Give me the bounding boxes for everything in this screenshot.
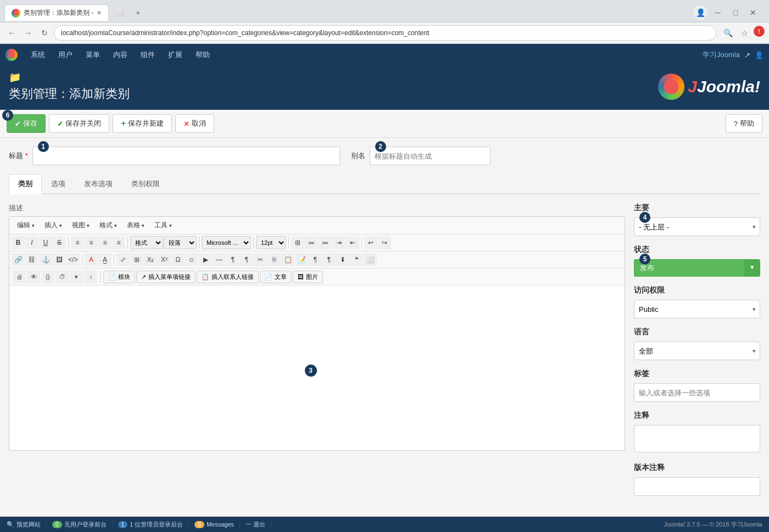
title-input[interactable] [32, 147, 340, 165]
tab-permissions[interactable]: 类别权限 [122, 174, 169, 194]
restore-button[interactable]: □ [728, 5, 743, 20]
save-new-button[interactable]: + 保存并新建 [113, 114, 172, 133]
bullet-list-button[interactable]: ≔ [305, 236, 318, 249]
user-icon[interactable]: 👤 [755, 51, 764, 59]
insert-module-button[interactable]: 📄 模块 [103, 271, 135, 283]
redo-button[interactable]: ↪ [378, 236, 391, 249]
editor-menu-edit[interactable]: 编辑 ▾ [13, 219, 39, 232]
language-select[interactable]: 全部 [634, 341, 760, 360]
clock-button[interactable]: ⏱ [55, 270, 69, 283]
highlight-button[interactable]: A̲ [98, 253, 112, 266]
editor-menu-tools[interactable]: 工具 ▾ [150, 219, 176, 232]
notification-badge[interactable]: ! [754, 26, 765, 37]
notes-input[interactable] [634, 425, 760, 452]
reload-button[interactable]: ↻ [37, 26, 52, 40]
fullscreen-button[interactable]: ⤢ [116, 253, 130, 266]
underline-button[interactable]: U [39, 236, 52, 249]
print-button[interactable]: 🖨 [13, 270, 26, 283]
quote-button[interactable]: ❝ [350, 253, 363, 266]
insert-menu-link-button[interactable]: ↗ 插入菜单项链接 [136, 271, 196, 283]
search-icon-btn[interactable]: 🔍 [721, 26, 735, 40]
joomla-nav-logo[interactable] [5, 49, 18, 61]
editor-menu-insert[interactable]: 插入 ▾ [40, 219, 66, 232]
numbered-list-button[interactable]: ≔ [319, 236, 332, 249]
cancel-button[interactable]: ✕ 取消 [175, 114, 214, 133]
paste-text-button[interactable]: 📝 [295, 253, 308, 266]
nav-item-components[interactable]: 组件 [134, 44, 161, 66]
minimize-button[interactable]: ─ [711, 5, 725, 20]
fontsize-select[interactable]: 12pt [256, 236, 286, 249]
save-close-button[interactable]: ✓ 保存并关闭 [49, 114, 109, 133]
tags-input[interactable] [634, 383, 760, 402]
url-bar[interactable] [54, 25, 716, 41]
tab-publish[interactable]: 发布选项 [75, 174, 122, 194]
bold-button[interactable]: B [12, 236, 25, 249]
parent-select[interactable]: - 无上层 - [634, 217, 760, 236]
inactive-tab[interactable]: ⬜ [109, 5, 130, 20]
outdent-button[interactable]: ⇤ [346, 236, 359, 249]
paragraph-select[interactable]: 段落 [164, 236, 197, 249]
editor-menu-format[interactable]: 格式 ▾ [95, 219, 121, 232]
alias-input[interactable] [370, 147, 491, 165]
nav-item-content[interactable]: 内容 [107, 44, 134, 66]
nav-item-extensions[interactable]: 扩展 [161, 44, 189, 66]
help-button[interactable]: ? 帮助 [726, 114, 762, 133]
paragraph-mark[interactable]: ¶ [226, 253, 239, 266]
image-button[interactable]: 🖼 [53, 253, 66, 266]
editor-menu-view[interactable]: 视图 ▾ [68, 219, 94, 232]
pilcrow-button[interactable]: ¶ [322, 253, 336, 266]
indent-button[interactable]: ⇥ [332, 236, 346, 249]
status-main-button[interactable]: 发布 [634, 259, 744, 277]
nav-item-help[interactable]: 帮助 [189, 44, 216, 66]
bookmark-icon-btn[interactable]: ☆ [737, 26, 751, 40]
media-button[interactable]: ▶ [199, 253, 212, 266]
font-select[interactable]: Microsoft ... [202, 236, 251, 249]
close-window-button[interactable]: ✕ [746, 5, 760, 20]
tab-close-button[interactable]: ✕ [97, 9, 102, 16]
learn-joomla-link[interactable]: 学习Joomla [703, 50, 740, 60]
active-tab[interactable]: 类别管理：添加新类别 - ✕ [4, 4, 109, 21]
link-button[interactable]: 🔗 [12, 253, 25, 266]
italic-button[interactable]: I [25, 236, 38, 249]
iframe-button[interactable]: ⬜ [364, 253, 377, 266]
preview-editor-button[interactable]: 👁 [27, 270, 40, 283]
cut-button[interactable]: ✂ [254, 253, 267, 266]
justify-button[interactable]: ≡ [112, 236, 125, 249]
align-left-button[interactable]: ≡ [71, 236, 84, 249]
paragraph-mark2[interactable]: ¶ [240, 253, 253, 266]
insert-image-button[interactable]: 🖼 图片 [293, 271, 323, 283]
table-button[interactable]: ⊞ [291, 236, 304, 249]
align-right-button[interactable]: ≡ [98, 236, 112, 249]
dropdown-btn[interactable]: ▾ [70, 270, 83, 283]
nav-item-system[interactable]: 系统 [24, 44, 52, 66]
copy-button[interactable]: ⎘ [268, 253, 281, 266]
braces-button[interactable]: {} [41, 270, 54, 283]
tab-category[interactable]: 类别 [9, 174, 42, 194]
forward-button[interactable]: → [21, 26, 35, 40]
nav-item-users[interactable]: 用户 [52, 44, 79, 66]
paste-button[interactable]: 📋 [281, 253, 294, 266]
code-button[interactable]: </> [66, 253, 80, 266]
new-tab-button[interactable]: + [130, 5, 146, 20]
tab-options[interactable]: 选项 [42, 174, 75, 194]
version-input[interactable] [634, 477, 760, 496]
subscript-button[interactable]: X₂ [144, 253, 157, 266]
download-button[interactable]: ⬇ [336, 253, 349, 266]
anchor-button[interactable]: ⚓ [39, 253, 52, 266]
font-color-button[interactable]: A [85, 253, 98, 266]
align-center-button[interactable]: ≡ [85, 236, 98, 249]
table-insert-button[interactable]: ⊞ [130, 253, 143, 266]
insert-contact-button[interactable]: 📋 插入联系人链接 [197, 271, 259, 283]
insert-article-button[interactable]: 📄 文章 [260, 271, 292, 283]
special-char-button[interactable]: Ω [171, 253, 185, 266]
format-select[interactable]: 格式 [130, 236, 163, 249]
hr-button[interactable]: — [213, 253, 226, 266]
nav-item-menus[interactable]: 菜单 [79, 44, 107, 66]
superscript-button[interactable]: X² [158, 253, 171, 266]
user-profile-button[interactable]: 👤 [693, 5, 707, 20]
unlink-button[interactable]: ⛓ [25, 253, 38, 266]
undo-button[interactable]: ↩ [364, 236, 377, 249]
editor-menu-table[interactable]: 表格 ▾ [122, 219, 149, 232]
strikethrough-button[interactable]: S [53, 236, 66, 249]
editor-body[interactable]: 3 [9, 285, 625, 450]
